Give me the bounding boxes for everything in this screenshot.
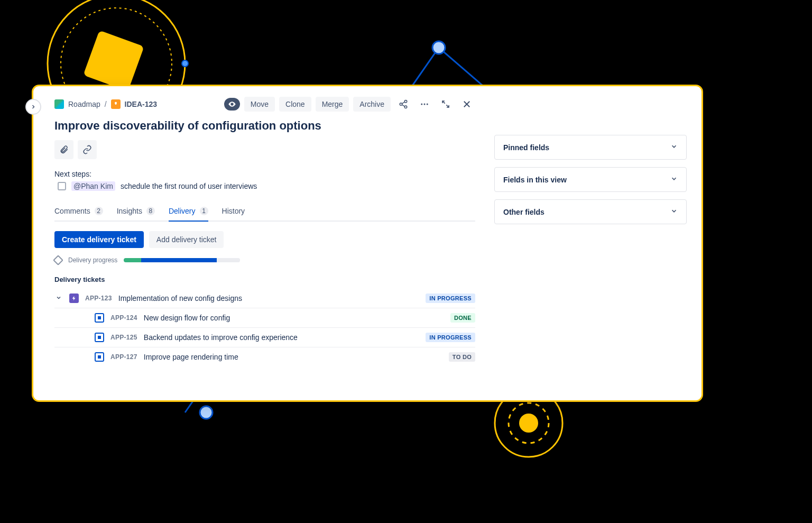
panel-title: Fields in this view xyxy=(503,176,567,184)
svg-point-17 xyxy=(424,104,426,105)
move-button[interactable]: Move xyxy=(244,97,275,112)
ticket-row[interactable]: APP-123Implementation of new config desi… xyxy=(54,289,475,308)
watch-icon[interactable] xyxy=(224,98,240,111)
project-icon xyxy=(54,99,64,109)
expand-handle[interactable] xyxy=(25,99,41,115)
tab-history[interactable]: History xyxy=(222,207,245,222)
tab-label: Insights xyxy=(117,207,142,215)
status-badge[interactable]: IN PROGRESS xyxy=(426,333,475,342)
merge-button[interactable]: Merge xyxy=(316,97,349,112)
header-actions: Move Clone Merge Archive xyxy=(224,96,475,113)
panel-title: Pinned fields xyxy=(503,143,549,152)
chevron-down-icon[interactable] xyxy=(54,294,63,302)
progress-label: Delivery progress xyxy=(68,256,117,264)
svg-point-11 xyxy=(404,100,407,103)
breadcrumb-separator: / xyxy=(105,100,107,108)
tab-label: Comments xyxy=(54,207,90,215)
svg-point-6 xyxy=(200,406,213,419)
ticket-summary[interactable]: Backend updates to improve config experi… xyxy=(144,333,298,342)
svg-point-3 xyxy=(182,60,188,67)
delivery-tickets-list: APP-123Implementation of new config desi… xyxy=(54,289,475,366)
epic-icon xyxy=(69,293,79,303)
archive-button[interactable]: Archive xyxy=(353,97,391,112)
delivery-tickets-heading: Delivery tickets xyxy=(54,276,475,283)
status-badge[interactable]: DONE xyxy=(450,313,475,323)
add-delivery-ticket-button[interactable]: Add delivery ticket xyxy=(149,231,224,248)
tab-delivery[interactable]: Delivery 1 xyxy=(169,207,208,222)
svg-point-18 xyxy=(427,104,428,105)
next-steps-item: @Phan Kim schedule the first round of us… xyxy=(58,181,475,191)
tab-label: Delivery xyxy=(169,207,196,215)
svg-line-15 xyxy=(402,105,404,106)
delivery-progress: Delivery progress xyxy=(54,256,475,264)
breadcrumb: Roadmap / IDEA-123 xyxy=(54,99,157,109)
ticket-summary[interactable]: Improve page rendering time xyxy=(144,353,238,361)
svg-point-12 xyxy=(400,103,402,106)
story-icon xyxy=(95,313,104,323)
tab-comments[interactable]: Comments 2 xyxy=(54,207,103,222)
breadcrumb-project[interactable]: Roadmap xyxy=(68,100,100,108)
share-icon[interactable] xyxy=(395,96,412,113)
story-icon xyxy=(95,333,104,342)
svg-point-13 xyxy=(404,106,407,108)
next-steps-label: Next steps: xyxy=(54,170,475,178)
panel-title: Other fields xyxy=(503,208,545,216)
other-fields-panel[interactable]: Other fields xyxy=(494,199,687,224)
issue-title[interactable]: Improve discoverability of configuration… xyxy=(54,119,475,133)
tab-insights[interactable]: Insights 8 xyxy=(117,207,155,222)
ticket-summary[interactable]: Implementation of new config designs xyxy=(118,294,242,302)
svg-point-8 xyxy=(509,403,549,443)
tab-bar: Comments 2 Insights 8 Delivery 1 History xyxy=(54,207,475,222)
next-steps-text: schedule the first round of user intervi… xyxy=(121,182,257,190)
ticket-row[interactable]: APP-127Improve page rendering timeTO DO xyxy=(54,347,475,366)
ticket-row[interactable]: APP-125Backend updates to improve config… xyxy=(54,327,475,347)
user-mention[interactable]: @Phan Kim xyxy=(71,181,115,191)
close-icon[interactable] xyxy=(458,96,475,113)
svg-point-10 xyxy=(231,104,233,105)
tab-label: History xyxy=(222,207,245,215)
ticket-key[interactable]: APP-123 xyxy=(85,295,112,302)
svg-point-9 xyxy=(519,414,538,433)
collapse-icon[interactable] xyxy=(437,96,454,113)
progress-done xyxy=(124,258,141,262)
more-icon[interactable] xyxy=(416,96,433,113)
tab-count: 1 xyxy=(200,207,208,215)
idea-icon xyxy=(111,99,121,109)
chevron-down-icon xyxy=(670,207,678,216)
svg-line-14 xyxy=(402,102,404,104)
epic-progress-icon xyxy=(53,255,63,265)
fields-in-view-panel[interactable]: Fields in this view xyxy=(494,167,687,192)
breadcrumb-idea-key[interactable]: IDEA-123 xyxy=(125,100,157,108)
ticket-row[interactable]: APP-124New design flow for configDONE xyxy=(54,308,475,327)
create-delivery-ticket-button[interactable]: Create delivery ticket xyxy=(54,231,144,248)
svg-rect-4 xyxy=(83,30,144,91)
tab-count: 8 xyxy=(146,207,155,215)
pinned-fields-panel[interactable]: Pinned fields xyxy=(494,135,687,160)
svg-point-5 xyxy=(432,41,445,54)
ticket-key[interactable]: APP-125 xyxy=(110,334,137,341)
chevron-down-icon xyxy=(670,175,678,184)
progress-todo xyxy=(217,258,240,262)
tab-count: 2 xyxy=(95,207,103,215)
ticket-key[interactable]: APP-127 xyxy=(110,353,137,361)
ticket-summary[interactable]: New design flow for config xyxy=(144,314,230,322)
link-button[interactable] xyxy=(78,140,97,159)
svg-point-16 xyxy=(421,104,422,105)
attach-button[interactable] xyxy=(54,140,73,159)
chevron-down-icon xyxy=(670,143,678,152)
clone-button[interactable]: Clone xyxy=(279,97,311,112)
issue-dialog: Roadmap / IDEA-123 Move Clone Merge Arch… xyxy=(32,85,703,402)
story-icon xyxy=(95,352,104,362)
ticket-key[interactable]: APP-124 xyxy=(110,314,137,322)
progress-inprogress xyxy=(141,258,217,262)
checkbox[interactable] xyxy=(58,182,66,190)
progress-bar xyxy=(124,258,240,262)
status-badge[interactable]: TO DO xyxy=(449,352,475,362)
status-badge[interactable]: IN PROGRESS xyxy=(426,293,475,303)
